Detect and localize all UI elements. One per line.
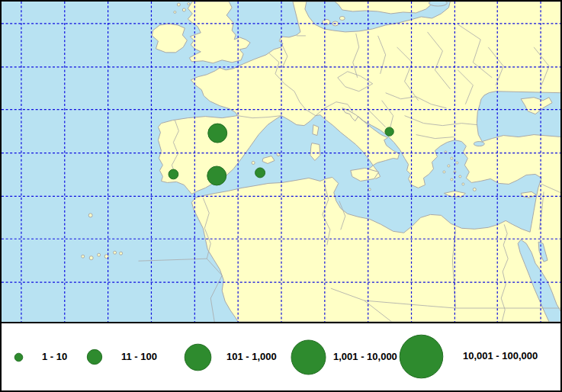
marker-adriatic-croatia[interactable] — [385, 127, 393, 136]
island-malta — [368, 188, 371, 191]
legend-label: 101 - 1,000 — [226, 351, 277, 362]
marker-southwest-iberia[interactable] — [169, 169, 178, 179]
marker-north-spain[interactable] — [208, 124, 227, 143]
legend-circle — [290, 339, 327, 376]
legend-circle — [183, 342, 213, 372]
legend-circle — [398, 333, 445, 380]
legend-label: 1 - 10 — [42, 351, 67, 362]
island-corsica — [313, 125, 319, 136]
legend-circle-symbol — [14, 353, 23, 361]
legend-label: 10,001 - 100,000 — [463, 350, 538, 361]
island-ibiza — [252, 162, 255, 165]
marker-south-spain[interactable] — [207, 166, 226, 185]
legend-label: 11 - 100 — [121, 351, 157, 362]
occurrence-map-window: 1 - 1011 - 100101 - 1,0001,001 - 10,0001… — [0, 0, 562, 392]
europe-mediterranean-map[interactable] — [2, 2, 560, 322]
danish-island — [339, 16, 345, 20]
marker-algeria-coast[interactable] — [255, 168, 265, 178]
legend-circle — [85, 348, 104, 366]
land-ireland — [152, 24, 187, 53]
gulf-of-finland — [429, 2, 447, 6]
legend-label: 1,001 - 10,000 — [333, 351, 397, 362]
legend-circle — [13, 352, 24, 363]
size-class-legend: 1 - 1011 - 100101 - 1,0001,001 - 10,0001… — [2, 323, 560, 389]
sea-of-marmara — [474, 142, 484, 146]
legend-circle-symbol — [185, 344, 211, 371]
legend-circle-symbol — [291, 340, 326, 374]
map-area[interactable] — [2, 2, 560, 322]
legend-circle-symbol — [400, 335, 443, 378]
legend-circle-symbol — [87, 349, 101, 364]
